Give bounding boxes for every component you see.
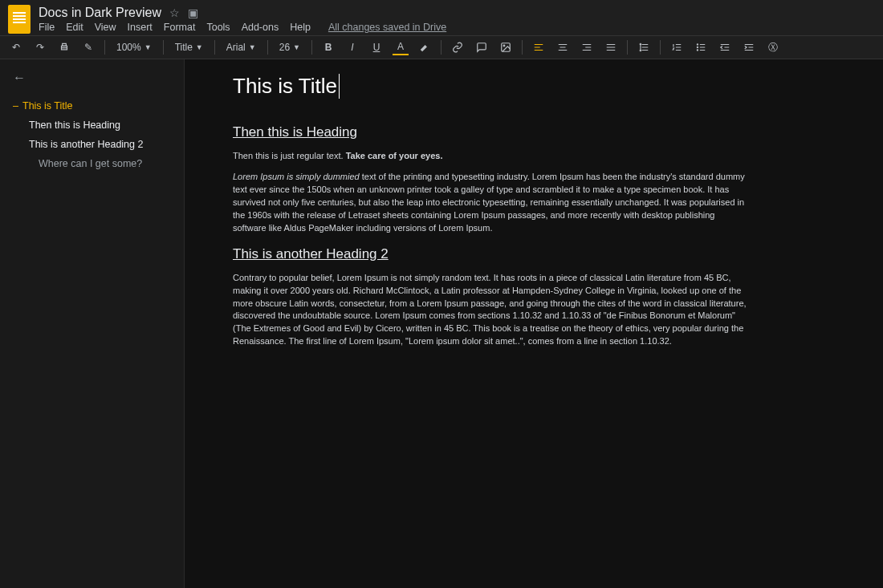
- document-page[interactable]: This is Title Then this is Heading Then …: [233, 74, 747, 348]
- document-canvas[interactable]: This is Title Then this is Heading Then …: [185, 59, 883, 588]
- save-status[interactable]: All changes saved in Drive: [328, 22, 446, 33]
- main-area: ← This is Title Then this is Heading Thi…: [0, 59, 883, 588]
- insert-image-button[interactable]: [498, 39, 514, 55]
- zoom-value: 100%: [116, 42, 141, 53]
- add-comment-button[interactable]: [474, 39, 490, 55]
- menu-view[interactable]: View: [95, 22, 116, 33]
- zoom-select[interactable]: 100%▼: [113, 40, 155, 55]
- title-group: Docs in Dark Preview ☆ ▣ File Edit View …: [39, 6, 446, 33]
- undo-button[interactable]: ↶: [8, 39, 24, 55]
- font-value: Arial: [226, 42, 246, 53]
- svg-point-3: [697, 44, 698, 45]
- print-button[interactable]: [56, 39, 72, 55]
- menu-edit[interactable]: Edit: [66, 22, 83, 33]
- align-right-button[interactable]: [579, 39, 595, 55]
- menu-addons[interactable]: Add-ons: [242, 22, 279, 33]
- paint-format-button[interactable]: ✎: [80, 39, 96, 55]
- underline-button[interactable]: U: [368, 39, 385, 55]
- insert-link-button[interactable]: [450, 39, 466, 55]
- doc-paragraph-1[interactable]: Lorem Ipsum is simply dummied text of th…: [233, 171, 747, 235]
- size-value: 26: [279, 42, 290, 53]
- menubar: File Edit View Insert Format Tools Add-o…: [39, 22, 446, 33]
- document-outline: ← This is Title Then this is Heading Thi…: [0, 59, 185, 588]
- svg-point-2: [503, 45, 505, 47]
- outline-item-heading-2[interactable]: This is another Heading 2: [13, 135, 174, 154]
- chevron-down-icon: ▼: [293, 43, 300, 51]
- outline-item-title[interactable]: This is Title: [13, 96, 174, 116]
- outline-item-heading-3[interactable]: Where can I get some?: [13, 154, 174, 173]
- svg-point-5: [697, 50, 698, 51]
- increase-indent-button[interactable]: [741, 39, 757, 55]
- chevron-down-icon: ▼: [196, 43, 203, 51]
- text-color-button[interactable]: A: [393, 39, 409, 55]
- line-spacing-button[interactable]: [636, 39, 652, 55]
- doc-paragraph-2[interactable]: Contrary to popular belief, Lorem Ipsum …: [233, 272, 747, 349]
- docs-logo-icon[interactable]: [8, 5, 31, 34]
- titlebar: Docs in Dark Preview ☆ ▣ File Edit View …: [0, 0, 883, 35]
- outline-back-icon[interactable]: ←: [13, 71, 26, 85]
- font-select[interactable]: Arial▼: [223, 40, 259, 55]
- menu-file[interactable]: File: [39, 22, 55, 33]
- outline-item-heading-1[interactable]: Then this is Heading: [13, 116, 174, 135]
- clear-formatting-button[interactable]: Ⓧ: [765, 39, 781, 55]
- align-center-button[interactable]: [555, 39, 571, 55]
- font-size-select[interactable]: 26▼: [276, 40, 303, 55]
- chevron-down-icon: ▼: [144, 43, 152, 51]
- menu-help[interactable]: Help: [290, 22, 311, 33]
- align-justify-button[interactable]: [603, 39, 619, 55]
- intro-bold: Take care of your eyes.: [346, 151, 443, 160]
- numbered-list-button[interactable]: [669, 39, 685, 55]
- redo-button[interactable]: ↷: [32, 39, 48, 55]
- highlight-button[interactable]: [417, 39, 433, 55]
- svg-point-4: [697, 47, 698, 47]
- style-value: Title: [175, 42, 193, 53]
- bold-button[interactable]: B: [320, 39, 336, 55]
- decrease-indent-button[interactable]: [717, 39, 733, 55]
- align-left-button[interactable]: [531, 39, 547, 55]
- chevron-down-icon: ▼: [249, 43, 256, 51]
- intro-text: Then this is just regular text.: [233, 151, 346, 160]
- doc-heading-1[interactable]: Then this is Heading: [233, 124, 747, 140]
- para1-lead: Lorem Ipsum is simply dummied: [233, 172, 360, 181]
- italic-button[interactable]: I: [344, 39, 360, 55]
- toolbar: ↶ ↷ ✎ 100%▼ Title▼ Arial▼ 26▼ B I U A: [0, 35, 883, 59]
- menu-insert[interactable]: Insert: [128, 22, 153, 33]
- bulleted-list-button[interactable]: [693, 39, 709, 55]
- menu-format[interactable]: Format: [164, 22, 196, 33]
- doc-title-heading[interactable]: This is Title: [233, 74, 340, 99]
- doc-heading-2[interactable]: This is another Heading 2: [233, 246, 747, 262]
- document-title[interactable]: Docs in Dark Preview: [39, 6, 161, 20]
- google-docs-app: Docs in Dark Preview ☆ ▣ File Edit View …: [0, 0, 883, 588]
- star-icon[interactable]: ☆: [169, 6, 180, 19]
- menu-tools[interactable]: Tools: [206, 22, 230, 33]
- doc-intro-paragraph[interactable]: Then this is just regular text. Take car…: [233, 150, 747, 163]
- paragraph-style-select[interactable]: Title▼: [172, 40, 206, 55]
- move-to-folder-icon[interactable]: ▣: [188, 6, 198, 19]
